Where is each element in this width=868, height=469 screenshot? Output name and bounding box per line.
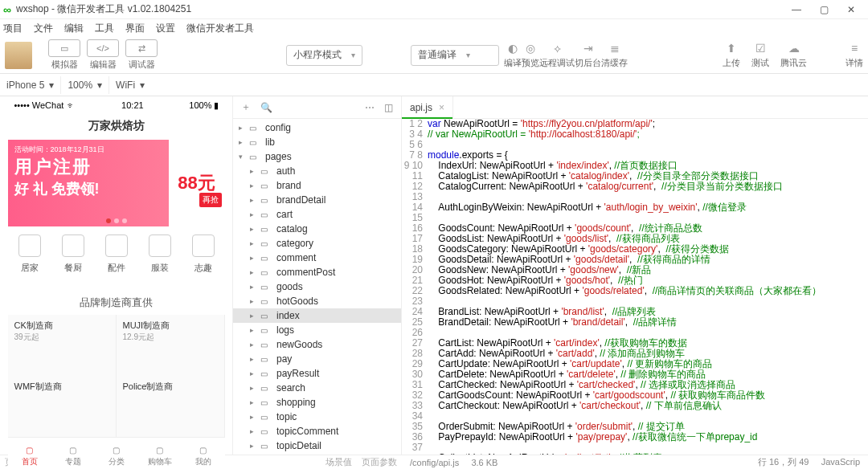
brand-card[interactable]: WMF制造商	[8, 376, 117, 437]
zoom-select[interactable]: 100%▾	[61, 75, 108, 95]
folder-hotGoods[interactable]: ▸▭hotGoods	[233, 294, 401, 308]
detail-button[interactable]: ≡详情	[845, 41, 863, 69]
menu-微信开发者工具[interactable]: 微信开发者工具	[186, 22, 254, 35]
mode-select[interactable]: 小程序模式▾	[286, 45, 362, 66]
folder-cart[interactable]: ▸▭cart	[233, 207, 401, 222]
split-icon[interactable]: ◫	[384, 102, 393, 113]
simulator-bar: iPhone 5▾ 100%▾ WiFi▾	[0, 74, 868, 96]
phone-navbar-title: 万家烘焙坊	[8, 112, 225, 140]
minimize-button[interactable]: ―	[783, 2, 810, 18]
banner-line2: 好 礼 免费领!	[14, 179, 162, 198]
compile-select[interactable]: 普通编译▾	[411, 45, 499, 66]
tree-arrow-icon: ▸	[248, 254, 256, 262]
test-button[interactable]: ☑测试	[751, 41, 769, 69]
folder-newGoods[interactable]: ▸▭newGoods	[233, 337, 401, 352]
chevron-down-icon: ▾	[351, 51, 355, 59]
banner[interactable]: 活动时间：2018年12月31日 用户注册 好 礼 免费领! 88元 再抢	[8, 140, 225, 226]
folder-auth[interactable]: ▸▭auth	[233, 164, 401, 178]
folder-search[interactable]: ▸▭search	[233, 381, 401, 395]
folder-pay[interactable]: ▸▭pay	[233, 352, 401, 366]
tree-label: brandDetail	[276, 194, 326, 206]
view-debugger-button[interactable]: ⇄调试器	[125, 39, 158, 71]
phone-tab-icon: ▢	[69, 446, 76, 455]
folder-catalog[interactable]: ▸▭catalog	[233, 222, 401, 236]
phone-tab-icon: ▢	[156, 446, 163, 455]
device-select[interactable]: iPhone 5▾	[0, 75, 60, 95]
phone-tab[interactable]: ▢购物车	[138, 438, 182, 469]
remote-debug-button[interactable]: ⟡远程调试	[539, 41, 575, 69]
new-file-icon[interactable]: ＋	[241, 100, 251, 114]
editor-tab-api[interactable]: api.js ×	[402, 96, 453, 119]
category-item[interactable]: 服装	[149, 234, 171, 283]
tree-arrow-icon: ▸	[248, 297, 256, 305]
banner-dots	[106, 218, 127, 223]
clear-cache-button[interactable]: ≣清缓存	[601, 41, 628, 69]
close-tab-icon[interactable]: ×	[439, 102, 444, 113]
folder-topicDetail[interactable]: ▸▭topicDetail	[233, 438, 401, 453]
menu-界面[interactable]: 界面	[125, 22, 145, 35]
category-item[interactable]: 志趣	[192, 234, 215, 283]
brand-card[interactable]: CK制造商39元起	[8, 315, 117, 376]
maximize-button[interactable]: ▢	[810, 2, 837, 18]
more-icon[interactable]: ⋯	[365, 102, 375, 113]
tree-label: cart	[276, 209, 293, 220]
phone-tab[interactable]: ▢首页	[8, 438, 51, 469]
search-icon[interactable]: 🔍	[260, 102, 272, 113]
app-logo: ∞	[3, 3, 11, 16]
folder-goods[interactable]: ▸▭goods	[233, 279, 401, 294]
menu-编辑[interactable]: 编辑	[64, 22, 84, 35]
folder-topic[interactable]: ▸▭topic	[233, 410, 401, 424]
brand-card[interactable]: Police制造商	[117, 376, 225, 437]
category-item[interactable]: 居家	[18, 234, 41, 283]
compile-button[interactable]: ◐编译	[504, 41, 522, 69]
upload-button[interactable]: ⬆上传	[723, 41, 740, 69]
network-select[interactable]: WiFi▾	[109, 75, 151, 95]
folder-brandDetail[interactable]: ▸▭brandDetail	[233, 193, 401, 207]
category-item[interactable]: 配件	[105, 234, 128, 283]
brand-card[interactable]: MUJI制造商12.9元起	[117, 315, 225, 376]
menu-文件[interactable]: 文件	[34, 22, 53, 35]
category-icon	[62, 234, 84, 257]
tree-label: commentPost	[276, 267, 335, 278]
menu-项目[interactable]: 项目	[3, 22, 23, 35]
chevron-down-icon: ▾	[49, 80, 54, 91]
folder-pages[interactable]: ▾▭pages	[233, 149, 401, 164]
folder-icon: ▭	[260, 196, 272, 205]
preview-button[interactable]: ◎预览	[522, 41, 539, 69]
folder-lib[interactable]: ▸▭lib	[233, 135, 401, 149]
status-file-size: 3.6 KB	[471, 458, 497, 467]
menu-工具[interactable]: 工具	[95, 22, 114, 35]
folder-shopping[interactable]: ▸▭shopping	[233, 395, 401, 410]
tree-label: pages	[265, 151, 292, 162]
category-label: 志趣	[194, 262, 212, 274]
folder-brand[interactable]: ▸▭brand	[233, 178, 401, 193]
tencent-cloud-button[interactable]: ☁腾讯云	[780, 41, 807, 69]
folder-commentPost[interactable]: ▸▭commentPost	[233, 265, 401, 279]
folder-topicComment[interactable]: ▸▭topicComment	[233, 424, 401, 438]
main-toolbar: ▭模拟器 </>编辑器 ⇄调试器 小程序模式▾ 普通编译▾ ◐编译 ◎预览 ⟡远…	[0, 37, 868, 74]
folder-index[interactable]: ▸▭index	[233, 308, 401, 323]
folder-comment[interactable]: ▸▭comment	[233, 251, 401, 265]
tree-label: auth	[276, 165, 295, 177]
view-editor-button[interactable]: </>编辑器	[87, 39, 119, 71]
menu-设置[interactable]: 设置	[156, 22, 175, 35]
folder-logs[interactable]: ▸▭logs	[233, 323, 401, 337]
phone-tab-label: 购物车	[148, 456, 172, 467]
tree-label: shopping	[276, 397, 316, 408]
tree-label: goods	[276, 281, 303, 292]
cut-bg-button[interactable]: ⇥切后台	[575, 41, 601, 69]
view-simulator-button[interactable]: ▭模拟器	[48, 39, 80, 71]
folder-payResult[interactable]: ▸▭payResult	[233, 366, 401, 381]
phone-tab[interactable]: ▢我的	[182, 438, 225, 469]
tree-arrow-icon: ▸	[248, 181, 256, 190]
user-avatar[interactable]	[5, 42, 32, 69]
folder-category[interactable]: ▸▭category	[233, 236, 401, 251]
code-editor[interactable]: 1 2 3 4 5 6 7 8 9 10 11 12 13 14 15 16 1…	[402, 119, 868, 455]
category-item[interactable]: 餐厨	[62, 234, 84, 283]
folder-config[interactable]: ▸▭config	[233, 120, 401, 135]
phone-tab[interactable]: ▢分类	[95, 438, 138, 469]
phone-tab[interactable]: ▢专题	[51, 438, 95, 469]
tree-label: comment	[276, 252, 316, 263]
phone-tabbar: ▢首页▢专题▢分类▢购物车▢我的	[8, 437, 225, 469]
close-button[interactable]: ✕	[837, 2, 865, 18]
